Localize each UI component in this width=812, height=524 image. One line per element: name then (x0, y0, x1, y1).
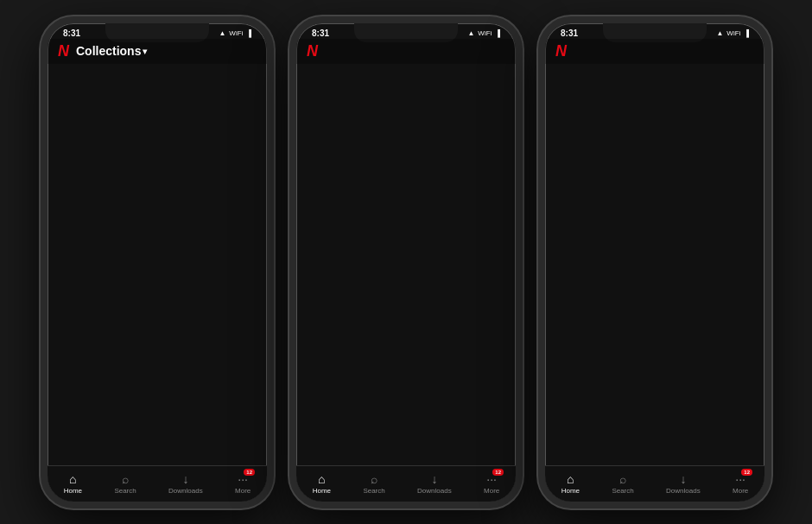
status-icons: ▲ WiFi ▐ (219, 29, 251, 37)
collection-card-5[interactable]: 🎭 › Find Your Funny on TV 75 titles • 1.… (545, 234, 764, 275)
collection-card-4[interactable]: 😂 › Just for Laughs 75 titles • 4.5K Fol… (48, 193, 267, 234)
nav-item-home[interactable]: ⌂ Home (313, 472, 331, 495)
follow-button[interactable]: Follow (334, 294, 371, 307)
nav-label-home: Home (561, 487, 580, 495)
nav-item-downloads[interactable]: ↓ Downloads (417, 472, 452, 495)
collection-card-2[interactable]: 🎬 › Real & Riveting 75 titles Follow (48, 112, 267, 153)
card-count: 75 titles (56, 258, 80, 266)
follow-button[interactable]: Follow (334, 92, 371, 105)
nav-item-more[interactable]: ··· More (733, 472, 748, 495)
card-count: 75 titles (56, 136, 80, 143)
collection-card-4[interactable]: 🚗 › Dark & Devious TV Shows 75 titles Fo… (296, 193, 516, 233)
nav-item-downloads[interactable]: ↓ Downloads (168, 472, 203, 495)
follow-button[interactable]: Follow (334, 255, 371, 268)
nav-item-home[interactable]: ⌂ Home (64, 472, 82, 495)
nav-label-more: More (733, 487, 748, 495)
card-title: Real & Riveting (56, 119, 258, 130)
follow-button[interactable]: Follow (86, 256, 123, 268)
follow-button[interactable]: Follow (583, 133, 620, 146)
status-time: 8:31 (312, 28, 329, 38)
collection-card-3[interactable]: 🎞️ › Find a Docuseries 26 titles Follow (545, 153, 764, 193)
card-title: Curiously Candid TV (305, 160, 507, 171)
card-content: Prizewinning Movie Picks 75 titles Follo… (296, 275, 516, 314)
collection-card-2[interactable]: 🔭 › Take a Closer Look 75 titles Follow (545, 112, 764, 153)
card-count: 75 titles (56, 176, 80, 184)
cards-container: 📷 › Let's Be Real 75 titles Follow 💡 › L… (296, 23, 516, 465)
follow-button[interactable]: Follow (334, 174, 371, 186)
arrow-right-icon: › (254, 167, 258, 180)
arrow-right-icon: › (254, 248, 258, 262)
card-rating: • 2K (583, 217, 596, 224)
netflix-logo: N (555, 42, 567, 60)
card-meta: 75 titles • 1.4K Follow (554, 256, 756, 268)
collection-card-6[interactable]: 🏆 › Prizewinning Movie Picks 75 titles F… (296, 275, 516, 314)
follow-button[interactable]: Follow (86, 92, 123, 105)
arrow-right-icon: › (503, 206, 507, 220)
card-content: Find a Docuseries 26 titles Follow (545, 153, 764, 193)
nav-icon-search: ⌕ (122, 472, 129, 486)
collection-card-1[interactable]: 📷 › Let's Be Real 75 titles Follow (296, 70, 516, 112)
nav-item-downloads[interactable]: ↓ Downloads (666, 472, 701, 495)
arrow-right-icon: › (752, 248, 756, 262)
follow-button[interactable]: Follow (600, 214, 638, 227)
follow-button[interactable]: Follow (86, 133, 123, 146)
nav-item-search[interactable]: ⌕ Search (114, 472, 136, 495)
collection-card-5[interactable]: 😄 › Short and Funny 60 titles Follow (296, 233, 516, 274)
card-meta: 75 titles Follow (554, 133, 756, 146)
card-content: Find Your Next Series 75 titles Follow (48, 153, 267, 193)
collection-card-1[interactable]: 🏙️ › Explore Great Britain 75 titles Fol… (48, 70, 267, 112)
nav-label-downloads: Downloads (666, 487, 701, 495)
status-icons: ▲ WiFi ▐ (716, 29, 749, 37)
follow-button[interactable]: Follow (334, 213, 371, 226)
follow-button[interactable]: Follow (583, 296, 620, 309)
follow-button[interactable]: Follow (583, 92, 620, 105)
status-icons: ▲ WiFi ▐ (467, 29, 500, 37)
collection-card-2[interactable]: 💡 › Let's Keep It Light 75 titles Follow (296, 112, 516, 153)
follow-button[interactable]: Follow (606, 256, 644, 268)
card-title: Take a Closer Look (554, 119, 756, 130)
nav-label-downloads: Downloads (168, 487, 203, 495)
card-title: Netflix Is a Joke (554, 77, 756, 90)
collection-card-3[interactable]: 🍰 › Find Your Next Series 75 titles Foll… (48, 153, 267, 193)
bottom-nav: ⌂ Home ⌕ Search ↓ Downloads ··· More (48, 465, 267, 502)
collection-card-3[interactable]: 🦋 › Curiously Candid TV 16 titles Follow (296, 153, 516, 193)
nav-item-search[interactable]: ⌕ Search (612, 472, 633, 495)
card-title: Just for Laughs (56, 200, 258, 211)
collection-card-4[interactable]: 🌀 › Watch, Gasp, Repeat 75 titles • 2K F… (545, 193, 764, 234)
status-time: 8:31 (63, 28, 80, 38)
card-title: Find Your Funny on TV (554, 241, 756, 252)
battery-icon: ▐ (246, 29, 251, 37)
nav-item-more[interactable]: ··· More (235, 472, 251, 495)
follow-button[interactable]: Follow (334, 133, 371, 146)
arrow-right-icon: › (752, 207, 756, 221)
app-header: N Collections (48, 39, 267, 64)
nav-icon-home: ⌂ (318, 472, 325, 486)
collection-card-5[interactable]: 🌴 › Oddballs & Outcasts 75 titles Follow (48, 234, 267, 275)
card-count: 75 titles (554, 258, 578, 266)
nav-label-home: Home (64, 487, 82, 495)
header-title[interactable]: Collections (76, 44, 147, 58)
card-title: Short and Funny (305, 240, 507, 251)
status-bar: 8:31 ▲ WiFi ▐ (545, 23, 764, 40)
card-content: Explore Great Britain 75 titles Follow (48, 70, 267, 112)
nav-item-home[interactable]: ⌂ Home (561, 472, 580, 495)
card-meta: 75 titles Follow (305, 294, 507, 307)
collection-card-1[interactable]: 🎊 › Netflix Is a Joke 75 titles Follow (545, 70, 764, 112)
follow-button[interactable]: Follow (583, 174, 620, 186)
arrow-right-icon: › (503, 287, 507, 301)
card-content: Curiously Candid TV 16 titles Follow (296, 153, 516, 193)
follow-button[interactable]: Follow (109, 214, 146, 227)
collection-card-6[interactable]: 🌙 › Artful Adventures 75 titles Follow (545, 275, 764, 316)
signal-icon: ▲ (716, 29, 723, 37)
signal-icon: ▲ (219, 29, 225, 37)
wifi-icon: WiFi (229, 29, 243, 37)
nav-icon-more: ··· (735, 472, 745, 486)
battery-icon: ▐ (744, 29, 749, 37)
card-content: Dark & Devious TV Shows 75 titles Follow (296, 193, 516, 233)
nav-label-more: More (484, 487, 499, 495)
follow-button[interactable]: Follow (86, 174, 123, 186)
netflix-logo: N (58, 42, 69, 60)
nav-item-more[interactable]: ··· More (484, 472, 499, 495)
nav-item-search[interactable]: ⌕ Search (363, 472, 384, 495)
card-count: 75 titles (56, 217, 80, 224)
